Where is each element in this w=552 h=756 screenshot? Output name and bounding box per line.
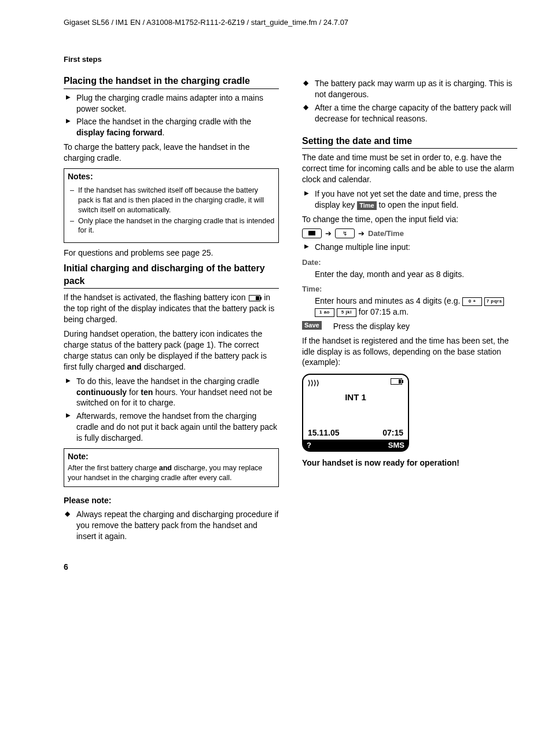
softkey-right: SMS [388, 440, 404, 451]
ready-message: Your handset is now ready for operation! [302, 458, 517, 469]
time-field-label: Time: [302, 284, 517, 294]
section-label: First steps [64, 54, 517, 65]
phone-display-example: ⟩⟩⟩⟩ INT 1 15.11.05 07:15 ? SMS [302, 374, 409, 452]
paragraph: During handset operation, the battery ic… [64, 329, 279, 373]
time-field-desc: Enter hours and minutes as 4 digits (e.g… [315, 296, 517, 318]
left-column: Placing the handset in the charging crad… [64, 75, 279, 545]
settings-icon: ↯ [335, 228, 355, 238]
notes-box: Notes: If the handset has switched itsel… [64, 168, 279, 243]
paragraph: To charge the battery pack, leave the ha… [64, 142, 279, 164]
paragraph: If the handset is activated, the flashin… [64, 292, 279, 325]
notes-title: Notes: [68, 171, 275, 182]
note-title: Note: [68, 451, 275, 462]
right-column: The battery pack may warm up as it is ch… [302, 75, 517, 545]
menu-key-icon [302, 228, 322, 238]
keycap-5: 5 jkl [337, 308, 356, 317]
heading-placing: Placing the handset in the charging crad… [64, 75, 279, 89]
list-item: To do this, leave the handset in the cha… [64, 376, 279, 409]
paragraph: The date and time must be set in order t… [302, 152, 517, 185]
breadcrumb-end: Date/Time [368, 228, 404, 239]
phone-date: 15.11.05 [308, 427, 340, 438]
menu-path: ➔ ↯ ➔ Date/Time [302, 228, 517, 239]
keycap-1: 1 ao [315, 308, 334, 317]
save-display-key: Save [302, 321, 322, 330]
list-item: After a time the charge capacity of the … [302, 102, 517, 124]
keycap-0: 0 + [462, 297, 482, 306]
paragraph: If the handset is registered and the tim… [302, 335, 517, 368]
keycap-7: 7 pqrs [484, 297, 504, 306]
list-item: Afterwards, remove the handset from the … [64, 411, 279, 444]
arrow-icon: ➔ [358, 228, 365, 239]
battery-icon [391, 378, 402, 385]
list-item: Plug the charging cradle mains adapter i… [64, 93, 279, 115]
phone-title: INT 1 [308, 392, 403, 403]
heading-setting-date-time: Setting the date and time [302, 135, 517, 149]
time-display-key: Time [357, 201, 376, 210]
please-note-heading: Please note: [64, 495, 279, 506]
list-item: Place the handset in the charging cradle… [64, 116, 279, 138]
note-item: Only place the handset in the charging c… [68, 216, 275, 236]
date-field-desc: Enter the day, month and year as 8 digit… [315, 269, 517, 280]
list-item: Always repeat the charging and dischargi… [64, 509, 279, 542]
note-box: Note: After the first battery charge and… [64, 448, 279, 487]
list-item: The battery pack may warm up as it is ch… [302, 78, 517, 100]
note-body: After the first battery charge and disch… [68, 463, 275, 483]
softkey-left: ? [307, 440, 311, 451]
list-item: If you have not yet set the date and tim… [302, 189, 517, 211]
phone-time: 07:15 [382, 427, 403, 438]
header-path: Gigaset SL56 / IM1 EN / A31008-M1752-R11… [64, 17, 517, 31]
battery-icon [249, 295, 260, 301]
paragraph: For questions and problems see page 25. [64, 248, 279, 259]
date-field-label: Date: [302, 257, 517, 268]
signal-icon: ⟩⟩⟩⟩ [308, 378, 319, 388]
arrow-icon: ➔ [325, 228, 332, 239]
paragraph: To change the time, open the input field… [302, 214, 517, 225]
page-number: 6 [64, 562, 517, 573]
save-desc: Press the display key [333, 321, 410, 332]
list-item: Change multiple line input: [302, 242, 517, 253]
heading-initial-charging: Initial charging and discharging of the … [64, 262, 279, 289]
note-item: If the handset has switched itself off b… [68, 186, 275, 215]
